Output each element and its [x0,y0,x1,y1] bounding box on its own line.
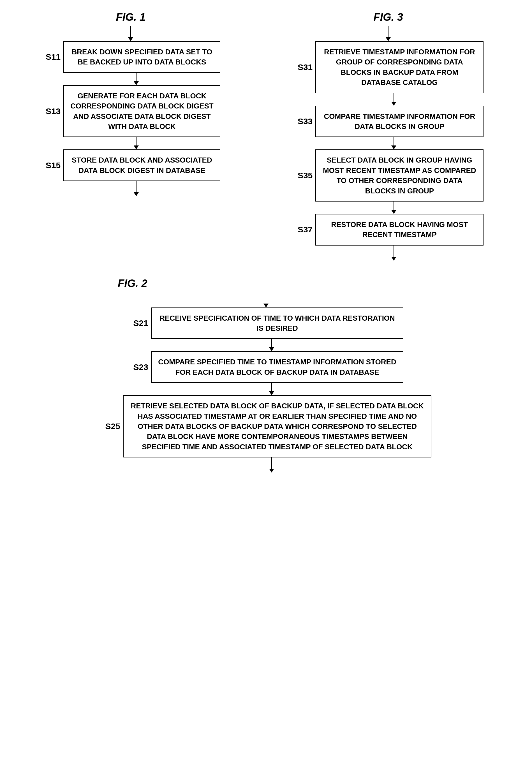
fig2-s25-label: S25 [101,422,123,431]
fig1-s11-label: S11 [41,52,63,62]
fig2-arrow2 [269,383,274,395]
fig2-flow: FIG. 2 S21 RECEIVE SPECIFICATION OF TIME… [11,277,521,473]
fig3-arrow2 [391,137,396,149]
fig2-exit-arrow [269,457,274,473]
fig3-arrow3 [391,202,396,214]
entry-arrowhead [128,37,133,41]
fig2-s21-text: RECEIVE SPECIFICATION OF TIME TO WHICH D… [159,314,395,332]
fig3-header: FIG. 3 [256,11,521,26]
entry-line [130,26,131,37]
fig3-exit-arrow [391,246,396,261]
fig2-s21-box: RECEIVE SPECIFICATION OF TIME TO WHICH D… [151,307,403,339]
fig3-step-row-s31: S31 RETRIEVE TIMESTAMP INFORMATION FOR G… [256,41,521,93]
bottom-half: FIG. 2 S21 RECEIVE SPECIFICATION OF TIME… [11,277,521,473]
fig3-container: FIG. 3 S31 RETRIEVE TIMESTAMP INFORMATIO… [256,11,521,261]
fig1-entry-arrow [128,26,133,41]
fig1-s13-label: S13 [41,107,63,116]
fig1-step-row-s11: S11 BREAK DOWN SPECIFIED DATA SET TO BE … [11,41,250,73]
fig1-header: FIG. 1 [11,11,250,26]
fig2-s21-label: S21 [129,318,151,328]
fig2-entry-arrow [263,292,269,307]
fig3-s33-text: COMPARE TIMESTAMP INFORMATION FOR DATA B… [324,112,475,131]
fig2-s23-label: S23 [129,362,151,372]
fig1-s15-box: STORE DATA BLOCK AND ASSOCIATED DATA BLO… [63,149,220,181]
fig1-exit-arrow [134,181,139,196]
fig3-label: FIG. 3 [374,11,403,23]
fig1-s13-box: GENERATE FOR EACH DATA BLOCK CORRESPONDI… [63,85,220,137]
fig2-step-row-s21: S21 RECEIVE SPECIFICATION OF TIME TO WHI… [11,307,521,339]
fig3-s37-box: RESTORE DATA BLOCK HAVING MOST RECENT TI… [315,214,484,246]
fig3-s31-label: S31 [293,63,315,72]
fig3-s35-text: SELECT DATA BLOCK IN GROUP HAVING MOST R… [323,156,476,195]
fig3-arrow1 [391,93,396,106]
fig3-s37-label: S37 [293,225,315,234]
fig3-s35-box: SELECT DATA BLOCK IN GROUP HAVING MOST R… [315,149,484,202]
fig3-entry-arrow [386,26,391,41]
fig1-s15-label: S15 [41,161,63,170]
fig2-s23-box: COMPARE SPECIFIED TIME TO TIMESTAMP INFO… [151,351,403,383]
fig2-s25-text: RETRIEVE SELECTED DATA BLOCK OF BACKUP D… [131,402,424,451]
fig1-s11-box: BREAK DOWN SPECIFIED DATA SET TO BE BACK… [63,41,220,73]
fig1-step-row-s13: S13 GENERATE FOR EACH DATA BLOCK CORRESP… [11,85,250,137]
fig2-container: FIG. 2 S21 RECEIVE SPECIFICATION OF TIME… [11,277,521,473]
fig3-step-row-s37: S37 RESTORE DATA BLOCK HAVING MOST RECEN… [256,214,521,246]
fig1-step-row-s15: S15 STORE DATA BLOCK AND ASSOCIATED DATA… [11,149,250,181]
fig1-arrow1 [134,73,139,85]
fig3-s35-label: S35 [293,171,315,180]
fig1-arrow2 [134,137,139,149]
fig3-s33-label: S33 [293,117,315,126]
page: FIG. 1 S11 BREAK DOWN SPECIFIED DATA SET… [0,0,532,768]
fig1-s11-text: BREAK DOWN SPECIFIED DATA SET TO BE BACK… [71,48,212,66]
fig3-flow: S31 RETRIEVE TIMESTAMP INFORMATION FOR G… [256,26,521,261]
fig3-step-row-s35: S35 SELECT DATA BLOCK IN GROUP HAVING MO… [256,149,521,202]
fig2-step-row-s25: S25 RETRIEVE SELECTED DATA BLOCK OF BACK… [11,395,521,457]
fig2-header-row: FIG. 2 [11,277,521,292]
fig3-step-row-s33: S33 COMPARE TIMESTAMP INFORMATION FOR DA… [256,106,521,137]
fig1-flow: S11 BREAK DOWN SPECIFIED DATA SET TO BE … [11,26,250,196]
fig1-s13-text: GENERATE FOR EACH DATA BLOCK CORRESPONDI… [70,92,214,131]
fig1-s15-text: STORE DATA BLOCK AND ASSOCIATED DATA BLO… [72,156,212,174]
fig2-s23-text: COMPARE SPECIFIED TIME TO TIMESTAMP INFO… [158,358,396,376]
fig3-s37-text: RESTORE DATA BLOCK HAVING MOST RECENT TI… [331,220,468,239]
fig2-label: FIG. 2 [118,277,147,290]
top-half: FIG. 1 S11 BREAK DOWN SPECIFIED DATA SET… [11,11,521,261]
fig3-s31-text: RETRIEVE TIMESTAMP INFORMATION FOR GROUP… [324,48,475,87]
fig3-s31-box: RETRIEVE TIMESTAMP INFORMATION FOR GROUP… [315,41,484,93]
fig3-s33-box: COMPARE TIMESTAMP INFORMATION FOR DATA B… [315,106,484,137]
fig2-s25-box: RETRIEVE SELECTED DATA BLOCK OF BACKUP D… [123,395,431,457]
fig2-arrow1 [269,339,274,351]
fig2-step-row-s23: S23 COMPARE SPECIFIED TIME TO TIMESTAMP … [11,351,521,383]
fig1-label: FIG. 1 [116,11,146,23]
fig1-container: FIG. 1 S11 BREAK DOWN SPECIFIED DATA SET… [11,11,256,261]
